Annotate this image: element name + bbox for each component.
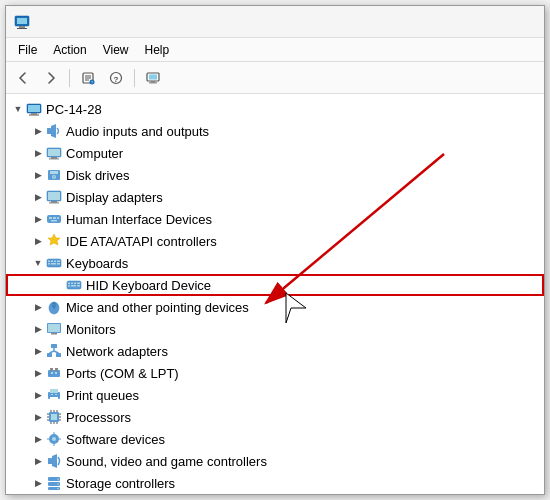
toolbar-separator-2 [134,69,135,87]
forward-button[interactable] [38,66,64,90]
menu-action[interactable]: Action [45,41,94,59]
expander-storage[interactable]: ▶ [30,475,46,491]
audio-label: Audio inputs and outputs [66,124,209,139]
svg-rect-45 [57,263,60,265]
tree-item-network[interactable]: ▶Network adapters [6,340,544,362]
tree-item-storage[interactable]: ▶Storage controllers [6,472,544,494]
expander-hid-keyboard[interactable] [50,277,66,293]
expander-computer[interactable]: ▶ [30,145,46,161]
expander-hid[interactable]: ▶ [30,211,46,227]
pc-icon [26,101,42,117]
menu-help[interactable]: Help [137,41,178,59]
menu-view[interactable]: View [95,41,137,59]
svg-rect-35 [53,217,56,219]
disk-label: Disk drives [66,168,130,183]
svg-rect-24 [49,159,59,160]
close-button[interactable] [510,11,536,33]
tree-item-print[interactable]: ▶Print queues [6,384,544,406]
svg-rect-95 [58,439,61,440]
svg-rect-73 [50,397,58,401]
svg-rect-40 [51,261,53,263]
expander-processors[interactable]: ▶ [30,409,46,425]
svg-rect-44 [51,263,56,265]
expander-ports[interactable]: ▶ [30,365,46,381]
software-label: Software devices [66,432,165,447]
hid-icon [46,211,62,227]
svg-rect-75 [55,394,57,395]
svg-rect-60 [51,344,57,348]
expander-software[interactable]: ▶ [30,431,46,447]
ports-label: Ports (COM & LPT) [66,366,179,381]
expander-keyboards[interactable]: ▼ [30,255,46,271]
expander-monitors[interactable]: ▶ [30,321,46,337]
svg-rect-2 [19,26,25,28]
svg-rect-67 [50,368,53,371]
svg-rect-48 [71,283,73,285]
properties-button[interactable]: ? [75,66,101,90]
expander-root[interactable]: ▼ [10,101,26,117]
svg-text:?: ? [91,80,93,84]
svg-text:?: ? [114,74,119,83]
svg-rect-34 [49,217,52,219]
tree-item-processors[interactable]: ▶Processors [6,406,544,428]
back-button[interactable] [10,66,36,90]
svg-point-28 [53,176,55,178]
expander-mice[interactable]: ▶ [30,299,46,315]
svg-rect-13 [149,74,157,79]
expander-audio[interactable]: ▶ [30,123,46,139]
svg-rect-22 [48,149,60,156]
tree-item-sound[interactable]: ▶Sound, video and game controllers [6,450,544,472]
svg-rect-39 [48,261,50,263]
tree-item-root[interactable]: ▼ PC-14-28 [6,98,544,120]
display-button[interactable] [140,66,166,90]
svg-rect-70 [55,372,57,374]
tree-item-computer[interactable]: ▶Computer [6,142,544,164]
svg-rect-14 [151,81,155,83]
expander-ide[interactable]: ▶ [30,233,46,249]
svg-rect-26 [50,171,58,174]
tree-item-display[interactable]: ▶Display adapters [6,186,544,208]
tree-item-audio[interactable]: ▶Audio inputs and outputs [6,120,544,142]
tree-view[interactable]: ▼ PC-14-28 ▶Audio inputs and outputs▶Com… [6,94,544,494]
print-icon [46,387,62,403]
maximize-button[interactable] [482,11,508,33]
svg-rect-72 [50,389,58,393]
title-buttons [454,11,536,33]
tree-item-hid-keyboard[interactable]: HID Keyboard Device [6,274,544,296]
tree-item-ide[interactable]: ▶IDE ATA/ATAPI controllers [6,230,544,252]
svg-rect-52 [71,285,76,287]
expander-network[interactable]: ▶ [30,343,46,359]
menu-file[interactable]: File [10,41,45,59]
audio-icon [46,123,62,139]
ports-icon [46,365,62,381]
svg-rect-37 [51,220,57,222]
svg-rect-66 [48,370,60,377]
tree-item-mice[interactable]: ▶Mice and other pointing devices [6,296,544,318]
tree-item-disk[interactable]: ▶Disk drives [6,164,544,186]
tree-item-keyboards[interactable]: ▼Keyboards [6,252,544,274]
svg-point-101 [57,483,59,485]
expander-print[interactable]: ▶ [30,387,46,403]
svg-rect-69 [51,372,53,374]
mice-label: Mice and other pointing devices [66,300,249,315]
tree-item-monitors[interactable]: ▶Monitors [6,318,544,340]
svg-rect-1 [17,18,27,24]
computer-icon [46,145,62,161]
minimize-button[interactable] [454,11,480,33]
tree-item-software[interactable]: ▶Software devices [6,428,544,450]
expander-display[interactable]: ▶ [30,189,46,205]
tree-item-hid[interactable]: ▶Human Interface Devices [6,208,544,230]
content-wrapper: ▼ PC-14-28 ▶Audio inputs and outputs▶Com… [6,94,544,494]
expander-sound[interactable]: ▶ [30,453,46,469]
expander-disk[interactable]: ▶ [30,167,46,183]
network-icon [46,343,62,359]
print-label: Print queues [66,388,139,403]
svg-point-100 [57,478,59,480]
svg-rect-43 [48,263,50,265]
tree-item-ports[interactable]: ▶Ports (COM & LPT) [6,362,544,384]
ide-label: IDE ATA/ATAPI controllers [66,234,217,249]
display-label: Display adapters [66,190,163,205]
root-label: PC-14-28 [46,102,102,117]
svg-rect-15 [149,82,157,83]
help-button[interactable]: ? [103,66,129,90]
